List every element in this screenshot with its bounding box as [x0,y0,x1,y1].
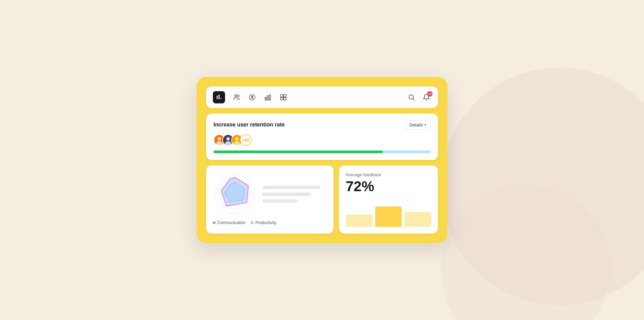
retention-header: Increase user retention rate Details ▾ [214,120,430,129]
avatar-overflow-count: +12 [240,134,251,146]
productivity-label: Productivity [255,220,276,225]
svg-point-15 [226,137,230,141]
retention-title: Increase user retention rate [214,122,285,128]
feedback-value: 72% [346,179,431,194]
nav-icons [232,93,400,102]
notification-badge: 10 [427,91,432,97]
svg-rect-7 [284,95,286,97]
feedback-label: Average feedback [346,172,431,177]
svg-rect-3 [265,97,266,100]
details-button[interactable]: Details ▾ [405,120,430,129]
progress-fill [214,151,383,153]
radar-line-1 [262,186,320,189]
svg-rect-5 [269,95,271,100]
team-avatars: +12 [214,134,430,146]
svg-rect-8 [281,98,283,100]
bar-chart [346,200,431,227]
svg-point-18 [235,137,239,141]
radar-chart [213,172,257,216]
bar-2 [375,206,402,227]
analytics-nav-icon[interactable] [263,93,273,102]
search-icon[interactable] [407,93,416,102]
chevron-down-icon: ▾ [424,123,426,127]
communication-label: Communication [217,220,245,225]
bottom-row: Communication Productivity Average feedb… [206,165,438,234]
feedback-card: Average feedback 72% [339,165,438,234]
svg-point-1 [237,95,239,97]
svg-point-0 [235,95,237,97]
retention-progress-bar [214,151,430,153]
radar-card: Communication Productivity [206,165,334,234]
legend-communication: Communication [213,220,245,225]
bar-3 [404,212,431,227]
team-nav-icon[interactable] [232,93,241,102]
feedback-header: Average feedback 72% [346,172,431,200]
app-logo[interactable]: d. [213,91,225,103]
main-card: d. [197,77,447,243]
radar-lines [262,186,327,203]
notifications-bell[interactable]: 10 [422,93,431,102]
retention-card: Increase user retention rate Details ▾ [206,114,438,160]
svg-point-12 [218,137,221,141]
radar-line-3 [262,199,298,203]
legend-productivity: Productivity [251,220,276,225]
svg-rect-6 [281,95,283,97]
radar-legend: Communication Productivity [213,220,327,225]
svg-rect-9 [284,98,286,100]
svg-point-10 [409,95,414,99]
nav-right: 10 [407,93,431,102]
svg-rect-4 [267,96,268,100]
navbar: d. [206,86,438,108]
dashboard-nav-icon[interactable] [279,93,288,102]
radar-content [213,172,327,216]
productivity-dot [251,221,254,224]
communication-dot [213,221,216,224]
radar-line-2 [262,193,311,196]
revenue-nav-icon[interactable] [247,93,257,102]
bar-1 [346,215,373,227]
